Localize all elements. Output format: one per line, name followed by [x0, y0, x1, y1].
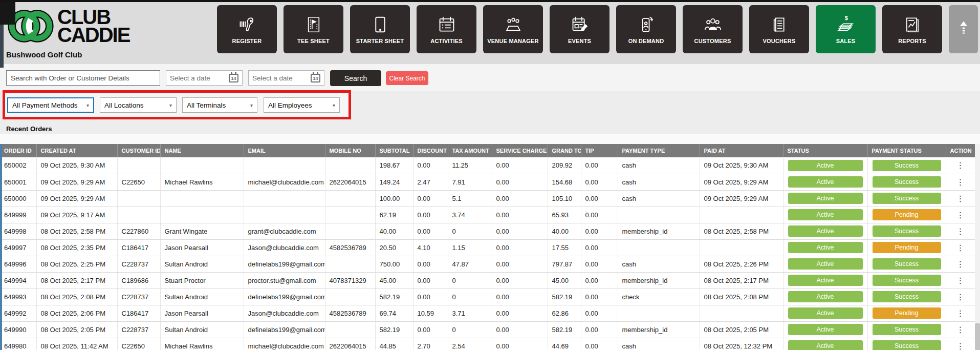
kebab-menu-icon[interactable]: ⋮	[946, 276, 975, 285]
filter-annotation-box: All Payment Methods ▾ All Locations ▾ Al…	[3, 90, 351, 119]
cell-subtotal: 69.74	[375, 305, 413, 321]
cell-payment-status: Success	[867, 256, 946, 272]
cell-payment-status: Success	[867, 321, 946, 338]
terminals-dropdown[interactable]: All Terminals ▾	[182, 97, 257, 113]
kebab-menu-icon[interactable]: ⋮	[946, 227, 975, 236]
cell-discount: 0.00	[413, 223, 448, 239]
column-header-payment-status: PAYMENT STATUS	[867, 144, 946, 157]
kebab-menu-icon[interactable]: ⋮	[946, 259, 975, 269]
cell-status: Active	[783, 256, 867, 272]
nav-button-sales[interactable]: $SALES	[816, 5, 876, 53]
cell-discount: 0.00	[413, 157, 448, 174]
nav-button-venue-manager[interactable]: VENUE MANAGER	[483, 5, 543, 53]
nav-button-activities[interactable]: ACTIVITIES	[417, 5, 476, 53]
nav-button-register[interactable]: REGISTER	[217, 5, 277, 53]
cell-payment-type: check	[618, 289, 700, 305]
nav-button-events[interactable]: EVENTS	[550, 5, 609, 53]
locations-dropdown[interactable]: All Locations ▾	[100, 97, 177, 113]
date-from-input[interactable]	[170, 74, 229, 82]
cell-action: ⋮	[946, 321, 975, 338]
kebab-menu-icon[interactable]: ⋮	[946, 160, 975, 170]
table-left-accent	[0, 144, 2, 350]
cell-grand-total: 582.19	[548, 321, 581, 338]
cell-subtotal: 149.24	[375, 174, 413, 190]
employees-value: All Employees	[268, 101, 312, 109]
search-button[interactable]: Search	[330, 70, 381, 86]
cell-service-charge: 0.00	[492, 338, 548, 350]
cell-mobile-no	[325, 190, 375, 207]
cell-discount: 10.59	[413, 305, 448, 321]
svg-text:$: $	[844, 15, 847, 21]
employees-dropdown[interactable]: All Employees ▾	[264, 97, 340, 113]
payment-methods-dropdown[interactable]: All Payment Methods ▾	[7, 97, 94, 113]
status-badge: Active	[788, 242, 863, 253]
kebab-menu-icon[interactable]: ⋮	[946, 292, 975, 302]
cell-subtotal: 40.00	[375, 223, 413, 239]
date-to-field[interactable]: 14	[248, 70, 324, 86]
nav-scroll-button[interactable]	[949, 5, 978, 53]
nav-button-customers[interactable]: CUSTOMERS	[683, 5, 743, 53]
cell-action: ⋮	[946, 272, 975, 289]
cell-order-id: 649994	[0, 272, 36, 289]
search-input[interactable]	[6, 70, 160, 86]
calendar-icon[interactable]: 14	[229, 74, 238, 83]
nav-button-tee-sheet[interactable]: TEE SHEET	[284, 5, 343, 53]
clear-search-button[interactable]: Clear Search	[386, 71, 428, 85]
nav-button-vouchers[interactable]: VOUCHERS	[749, 5, 809, 53]
kebab-menu-icon[interactable]: ⋮	[946, 308, 975, 318]
app-header: CLUB CADDIE Bushwood Golf Club REGISTERT…	[0, 0, 980, 64]
cell-name: Stuart Proctor	[160, 272, 244, 289]
kebab-menu-icon[interactable]: ⋮	[946, 177, 975, 187]
cell-customer-id: C227860	[117, 223, 160, 239]
tee-sheet-icon	[304, 15, 323, 34]
cell-discount: 0.00	[413, 256, 448, 272]
cell-mobile-no: 4078371329	[325, 272, 375, 289]
date-to-input[interactable]	[252, 74, 311, 82]
nav-button-starter-sheet[interactable]: STARTER SHEET	[350, 5, 410, 53]
barcode-scanner-icon	[237, 15, 257, 34]
kebab-menu-icon[interactable]: ⋮	[946, 243, 975, 253]
cell-payment-status: Success	[867, 157, 946, 174]
cell-subtotal: 582.19	[375, 289, 413, 305]
cell-mobile-no	[325, 289, 375, 305]
cell-payment-status: Pending	[867, 305, 946, 321]
table-row: 64998008 Oct 2025, 11:42 AMC22650Michael…	[0, 338, 975, 350]
cell-subtotal: 62.19	[375, 207, 413, 223]
cell-mobile-no: 4582536789	[325, 239, 375, 256]
column-header-customer-id: CUSTOMER ID	[117, 144, 160, 157]
cell-action: ⋮	[946, 207, 975, 223]
customers-icon	[703, 15, 723, 34]
kebab-menu-icon[interactable]: ⋮	[946, 210, 975, 220]
kebab-menu-icon[interactable]: ⋮	[946, 341, 975, 350]
cell-tax-amount: 0	[448, 289, 492, 305]
cell-payment-status: Success	[867, 338, 946, 350]
cell-payment-status: Pending	[867, 207, 946, 223]
kebab-menu-icon[interactable]: ⋮	[946, 194, 975, 203]
cell-tip: 0.00	[581, 321, 618, 338]
cell-payment-type: cash	[618, 174, 700, 190]
cell-customer-id: C189686	[117, 272, 160, 289]
cell-order-id: 650002	[0, 157, 36, 174]
table-row: 65000109 Oct 2025, 9:29 AMC22650Michael …	[0, 174, 975, 190]
calendar-list-icon	[437, 15, 456, 34]
kebab-menu-icon[interactable]: ⋮	[946, 325, 975, 335]
calendar-icon[interactable]: 14	[311, 74, 320, 83]
cell-discount: 0.00	[413, 272, 448, 289]
cell-paid-at: 08 Oct 2025, 2:26 PM	[700, 256, 783, 272]
cell-order-id: 649999	[0, 207, 36, 223]
vertical-scrollbar-track[interactable]	[975, 144, 980, 350]
table-row: 64999808 Oct 2025, 2:58 PMC227860Grant W…	[0, 223, 975, 239]
cell-customer-id: C186417	[117, 305, 160, 321]
payment-status-badge: Success	[873, 160, 941, 171]
cell-paid-at: 09 Oct 2025, 9:29 AM	[700, 174, 783, 190]
cell-payment-type: membership_id	[618, 321, 700, 338]
cell-paid-at: 08 Oct 2025, 2:17 PM	[700, 272, 783, 289]
date-from-field[interactable]: 14	[166, 70, 243, 86]
vertical-scrollbar-thumb[interactable]	[975, 323, 980, 350]
orders-table-wrap: ORDER IDCREATED ATCUSTOMER IDNAMEEMAILMO…	[0, 144, 975, 350]
cell-status: Active	[783, 305, 867, 321]
table-row: 64999608 Oct 2025, 2:25 PMC228737Sultan …	[0, 256, 975, 272]
nav-button-on-demand[interactable]: ON DEMAND	[616, 5, 676, 53]
nav-button-reports[interactable]: REPORTS	[882, 5, 942, 53]
nav-label: STARTER SHEET	[356, 38, 404, 44]
